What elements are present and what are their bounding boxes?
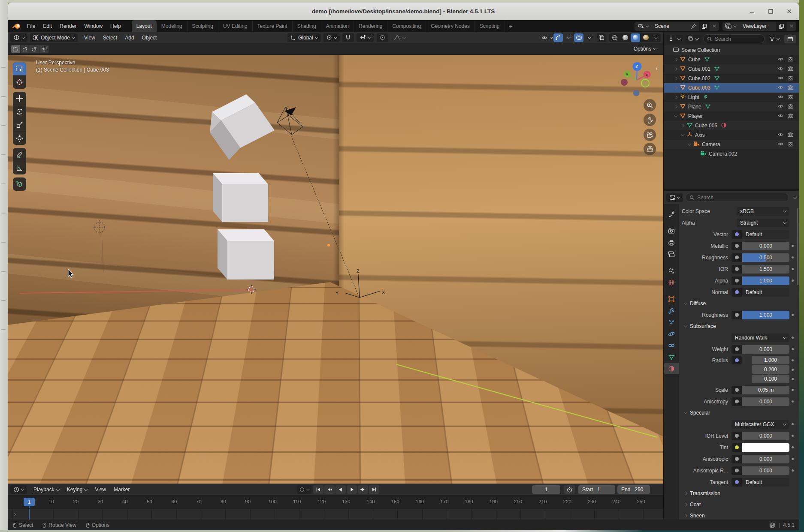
timeline-ruler[interactable]: 1 10203040506070809010011012013014015016… — [8, 496, 663, 508]
frame-start-field[interactable]: Start1 — [578, 485, 615, 494]
expander-icon[interactable] — [673, 68, 678, 70]
properties-tab-object[interactable] — [664, 293, 679, 305]
jump-start-button[interactable] — [313, 485, 323, 494]
dropdown-random-walk[interactable]: Random Walk — [731, 334, 789, 342]
tool-scale[interactable] — [13, 118, 26, 132]
keyframe-dot[interactable] — [789, 389, 795, 391]
node-socket-button[interactable] — [731, 432, 742, 440]
hide-eye-icon[interactable] — [777, 132, 784, 139]
disable-render-icon[interactable] — [787, 113, 794, 120]
value-slider[interactable]: 0.05 m — [742, 386, 789, 394]
jump-end-button[interactable] — [369, 485, 379, 494]
section-sheen[interactable]: Sheen — [682, 510, 795, 520]
outliner-filter-button[interactable] — [766, 35, 783, 43]
playhead[interactable]: 1 — [24, 498, 35, 506]
expander-icon[interactable] — [673, 115, 678, 117]
viewlayer-browse-icon[interactable] — [722, 22, 739, 31]
disable-render-icon[interactable] — [787, 94, 794, 101]
value-slider[interactable]: 1.000 — [742, 277, 789, 285]
hide-eye-icon[interactable] — [777, 75, 784, 82]
editor-type-button[interactable] — [10, 33, 27, 42]
disable-render-icon[interactable] — [787, 103, 794, 111]
zoom-icon[interactable] — [644, 99, 656, 111]
tool-annotate[interactable] — [13, 148, 26, 161]
expander-icon[interactable] — [673, 96, 678, 99]
keyframe-dot[interactable] — [789, 469, 795, 472]
keyframe-dot[interactable] — [789, 378, 795, 380]
keyframe-dot[interactable] — [789, 400, 795, 403]
value-slider[interactable]: 1.500 — [742, 265, 789, 274]
menu-render[interactable]: Render — [56, 21, 80, 31]
viewport-menu-add[interactable]: Add — [121, 35, 138, 41]
timeline-editor-type-button[interactable] — [10, 485, 27, 494]
current-frame-field[interactable]: 1 — [532, 485, 560, 494]
outliner-row-cube-005[interactable]: Cube.005 — [664, 121, 799, 130]
section-transmission[interactable]: Transmission — [682, 488, 795, 499]
maximize-button[interactable] — [767, 8, 774, 15]
pivot-point-button[interactable] — [323, 33, 340, 42]
play-button[interactable] — [347, 485, 357, 494]
viewport-canvas[interactable]: Z X Y Z Y X — [8, 55, 663, 484]
node-socket-button[interactable] — [731, 397, 742, 406]
hide-eye-icon[interactable] — [777, 141, 784, 148]
workspace-tab-modeling[interactable]: Modeling — [157, 20, 187, 32]
viewlayer-name[interactable]: ViewLayer — [739, 23, 776, 29]
keyframe-dot[interactable] — [789, 245, 795, 247]
node-socket-button[interactable] — [731, 466, 742, 475]
workspace-tab-compositing[interactable]: Compositing — [387, 20, 426, 32]
outliner-row-player[interactable]: Player — [664, 111, 799, 121]
link-field[interactable]: Default — [742, 288, 789, 297]
new-scene-icon[interactable] — [699, 22, 710, 31]
stopwatch-icon[interactable] — [564, 485, 575, 494]
properties-tab-physics[interactable] — [664, 328, 679, 340]
value-slider[interactable]: 0.000 — [742, 455, 789, 463]
node-socket-button[interactable] — [731, 242, 742, 250]
frame-end-field[interactable]: End250 — [617, 485, 650, 494]
menu-file[interactable]: File — [23, 21, 39, 31]
titlebar[interactable]: demo [/home/love/Desktop/insane/demo.ble… — [8, 3, 799, 20]
workspace-tab-animation[interactable]: Animation — [321, 20, 354, 32]
shading-solid-button[interactable] — [620, 33, 630, 42]
timeline-menu-keying[interactable]: Keying — [63, 487, 91, 493]
timeline-menu-view[interactable]: View — [91, 487, 110, 493]
node-socket-button[interactable] — [731, 443, 742, 452]
properties-tab-view-layer[interactable] — [664, 248, 679, 260]
camera-view-icon[interactable] — [644, 129, 656, 141]
node-socket-button[interactable] — [731, 356, 742, 364]
value-field[interactable]: 0.100 — [752, 375, 789, 383]
workspace-tab-layout[interactable]: Layout — [132, 20, 157, 32]
dropdown-color-space[interactable]: sRGB — [737, 207, 789, 216]
pan-hand-icon[interactable] — [644, 114, 656, 126]
menu-help[interactable]: Help — [106, 21, 125, 31]
pin-icon[interactable] — [688, 22, 699, 31]
options-button[interactable]: Options — [630, 45, 660, 53]
tool-cursor[interactable] — [13, 75, 26, 89]
shading-wireframe-button[interactable] — [610, 33, 620, 42]
timeline-menu-playback[interactable]: Playback — [30, 487, 63, 493]
node-socket-button[interactable] — [731, 253, 742, 262]
value-slider[interactable]: 1.000 — [742, 311, 789, 319]
keyframe-dot[interactable] — [789, 280, 795, 282]
link-field[interactable]: Default — [742, 230, 789, 239]
outliner-display-mode-button[interactable] — [666, 35, 683, 43]
outliner-row-camera-002[interactable]: Camera.002 — [664, 149, 799, 159]
auto-keying-button[interactable] — [297, 485, 311, 494]
keyframe-dot[interactable] — [789, 268, 795, 270]
gizmos-toggle[interactable] — [553, 33, 563, 42]
new-viewlayer-icon[interactable] — [776, 22, 787, 31]
outliner-row-camera[interactable]: Camera — [664, 140, 799, 149]
value-field[interactable]: 0.200 — [752, 365, 789, 374]
node-socket-button[interactable] — [731, 265, 742, 274]
keyframe-dot[interactable] — [789, 423, 795, 425]
xray-toggle[interactable] — [597, 33, 606, 42]
hide-eye-icon[interactable] — [777, 94, 784, 101]
proportional-edit-button[interactable] — [377, 33, 388, 42]
viewlayer-selector[interactable]: ViewLayer ✕ — [722, 22, 796, 31]
value-slider[interactable]: 0.000 — [742, 397, 789, 406]
expander-icon[interactable] — [673, 87, 678, 89]
section-specular[interactable]: Specular — [682, 407, 795, 418]
scene-selector[interactable]: Scene ✕ — [635, 22, 719, 31]
properties-tab-data[interactable] — [664, 351, 679, 363]
properties-tab-tool[interactable] — [664, 208, 679, 220]
mode-selector[interactable]: Object Mode — [30, 33, 78, 42]
